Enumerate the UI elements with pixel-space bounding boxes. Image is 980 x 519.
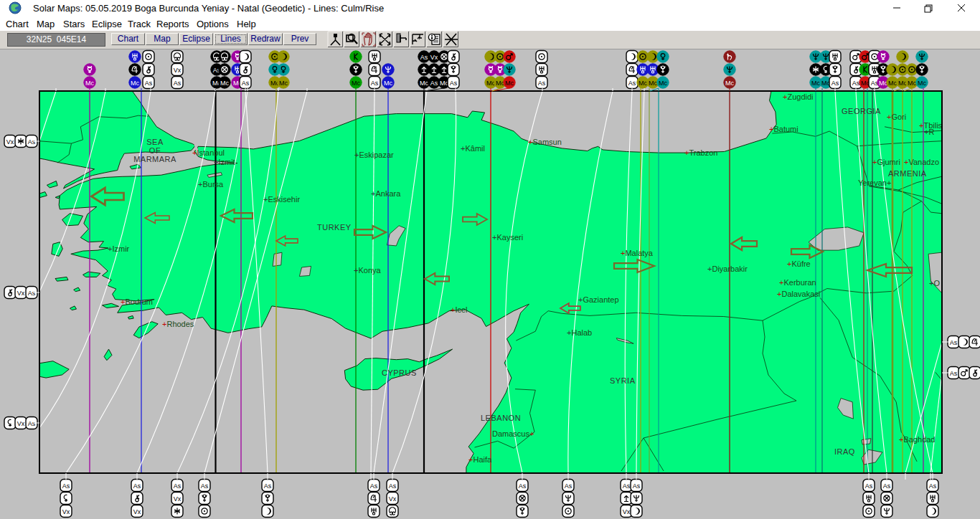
svg-text:Vx: Vx [430,54,438,61]
svg-text:+Küfre: +Küfre [787,260,811,268]
svg-text:Mc: Mc [505,80,514,87]
svg-text:Vx: Vx [623,508,631,515]
svg-text:+Bodrum: +Bodrum [121,297,153,306]
svg-text:As: As [950,370,958,377]
svg-text:As: As [565,482,573,490]
svg-text:Mc: Mc [725,80,734,87]
svg-text:Vx: Vx [174,67,182,74]
svg-text:+Haifa: +Haifa [468,455,492,464]
svg-text:+Zugdidi: +Zugdidi [783,92,814,101]
svg-text:Vx: Vx [62,508,70,515]
svg-text:As: As [62,482,70,490]
svg-text:+Trabzon: +Trabzon [684,148,717,157]
svg-text:SEA: SEA [146,138,164,146]
svg-text:Mc: Mc [639,80,647,87]
svg-text:Vx: Vx [6,138,14,146]
svg-text:Vx: Vx [389,495,397,503]
svg-text:Mc: Mc [384,80,392,87]
svg-text:+Izmit: +Izmit [214,158,235,166]
svg-text:As: As [519,482,527,490]
svg-text:+Gaziantep: +Gaziantep [578,295,619,304]
svg-text:Mc: Mc [279,80,288,87]
svg-text:MARMARA: MARMARA [133,155,176,163]
svg-text:Vx: Vx [174,495,182,503]
svg-text:+Kerburan: +Kerburan [779,278,816,287]
svg-text:Mc: Mc [649,80,657,87]
svg-text:As: As [538,80,546,87]
svg-text:Vx: Vx [17,420,25,427]
svg-text:ARMENIA: ARMENIA [888,169,927,178]
svg-text:CYPRUS: CYPRUS [382,368,417,377]
svg-text:+Gjumri: +Gjumri [872,158,900,166]
svg-text:+Halab: +Halab [567,328,592,337]
svg-text:+Ankara: +Ankara [371,189,401,198]
svg-text:As: As [174,482,182,490]
svg-text:TURKEY: TURKEY [317,223,352,232]
svg-text:+O: +O [929,279,940,287]
svg-text:+Diyarbakir: +Diyarbakir [707,265,748,273]
svg-text:LEBANON: LEBANON [481,414,521,422]
svg-text:As: As [628,80,636,87]
svg-text:As: As [883,482,891,490]
svg-text:+Istanbul: +Istanbul [192,148,225,157]
svg-text:+Kayseri: +Kayseri [492,233,523,242]
svg-text:+Kâmil: +Kâmil [461,144,485,153]
svg-text:Mc: Mc [888,80,897,87]
svg-text:As: As [633,482,641,490]
svg-text:Vx: Vx [133,508,141,515]
svg-text:As: As [264,482,272,490]
svg-text:OF: OF [149,146,161,155]
svg-text:+Vanadzo: +Vanadzo [904,158,939,166]
svg-text:+Gori: +Gori [887,113,906,121]
svg-text:+Batumi: +Batumi [769,125,798,133]
svg-text:Damascus+: Damascus+ [492,429,534,438]
svg-text:Yerevan+: Yerevan+ [858,178,891,187]
svg-text:Mc: Mc [220,80,229,87]
svg-text:Mc: Mc [811,80,820,87]
svg-text:IRAQ: IRAQ [834,447,855,456]
svg-text:Mc: Mc [659,80,667,87]
svg-text:As: As [831,80,839,87]
svg-text:Mc: Mc [85,80,94,87]
svg-text:+Eskisehir: +Eskisehir [263,195,300,204]
svg-text:As: As [201,482,209,490]
svg-text:As: As [623,482,631,490]
svg-text:+Icel: +Icel [451,305,468,314]
svg-text:GEORGIA: GEORGIA [842,107,881,115]
svg-text:As: As [371,80,379,87]
svg-text:+Konya: +Konya [354,266,382,275]
svg-text:Vx: Vx [17,290,25,297]
svg-text:Mc: Mc [918,80,926,87]
svg-text:+Baghdad: +Baghdad [899,435,935,444]
svg-text:Mc: Mc [908,80,916,87]
svg-text:As: As [420,54,428,61]
svg-text:As: As [370,482,378,490]
svg-text:+R: +R [924,128,934,136]
svg-text:Mc: Mc [352,80,360,87]
svg-text:As: As [450,80,458,87]
svg-text:As: As [865,482,873,490]
svg-text:As: As [929,482,937,490]
svg-text:As: As [950,339,958,346]
svg-text:As: As [242,80,250,87]
svg-text:Mc: Mc [131,80,139,87]
svg-text:+Izmir: +Izmir [108,244,130,253]
svg-text:SYRIA: SYRIA [610,376,636,385]
svg-text:As: As [174,80,182,87]
svg-text:As: As [430,80,438,87]
svg-text:+Eskipazar: +Eskipazar [354,151,394,159]
svg-text:As: As [145,80,153,87]
svg-text:+Rhodes: +Rhodes [162,320,194,328]
svg-text:As: As [389,482,397,490]
svg-text:As: As [852,80,860,87]
svg-text:+Bursa: +Bursa [198,180,224,189]
svg-text:As: As [133,482,141,490]
svg-text:Mc: Mc [420,80,428,87]
svg-text:+Dalavakasi: +Dalavakasi [777,290,820,298]
svg-text:+Samsun: +Samsun [528,138,562,146]
svg-text:+Malatya: +Malatya [621,249,654,257]
